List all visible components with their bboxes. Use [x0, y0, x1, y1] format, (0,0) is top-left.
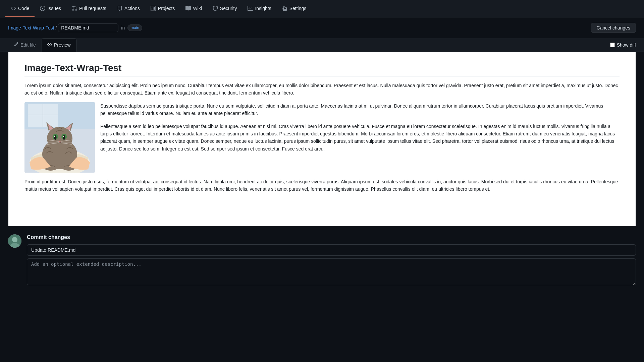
preview-beside-image: Suspendisse dapibus sem ac purus tristiq… — [100, 102, 620, 117]
nav-tab-security-label: Security — [220, 6, 237, 11]
tab-edit-file[interactable]: Edit file — [8, 38, 42, 52]
cat-illustration — [24, 102, 95, 173]
svg-point-17 — [63, 136, 64, 137]
svg-point-16 — [54, 136, 55, 137]
nav-tab-settings-label: Settings — [289, 6, 307, 11]
breadcrumb: Image-Text-Wrap-Test / in main — [8, 23, 142, 32]
nav-tab-actions[interactable]: Actions — [112, 0, 145, 17]
kitten-image — [24, 102, 95, 173]
wrap-text: Suspendisse dapibus sem ac purus tristiq… — [100, 102, 620, 173]
actions-icon — [117, 6, 122, 11]
repo-link[interactable]: Image-Text-Wrap-Test — [8, 25, 54, 31]
nav-tab-settings[interactable]: Settings — [277, 0, 312, 17]
nav-tabs: Code Issues Pull requests Actions — [5, 0, 312, 17]
branch-badge[interactable]: main — [127, 24, 142, 31]
image-text-wrap: Suspendisse dapibus sem ac purus tristiq… — [24, 102, 620, 173]
gear-icon — [282, 6, 287, 11]
nav-tab-issues[interactable]: Issues — [35, 0, 66, 17]
nav-tab-actions-label: Actions — [124, 6, 140, 11]
breadcrumb-sep: / — [55, 25, 57, 31]
nav-tab-wiki[interactable]: Wiki — [180, 0, 207, 17]
commit-form: Commit changes — [27, 234, 636, 286]
commit-section: Commit changes — [0, 226, 644, 294]
commit-description-textarea[interactable] — [27, 258, 636, 285]
preview-below-image-1: Pellentesque a sem id leo pellentesque v… — [100, 123, 620, 153]
tab-preview[interactable]: Preview — [42, 38, 76, 52]
nav-tab-insights-label: Insights — [255, 6, 271, 11]
commit-section-title: Commit changes — [27, 234, 636, 240]
filename-input[interactable] — [58, 23, 118, 32]
svg-point-28 — [12, 237, 17, 242]
editor-header: Image-Text-Wrap-Test / in main Cancel ch… — [0, 17, 644, 38]
editor-tabs: Edit file Preview Show diff — [0, 38, 644, 52]
nav-tab-security[interactable]: Security — [207, 0, 243, 17]
shield-icon — [213, 6, 218, 11]
nav-tab-issues-label: Issues — [47, 6, 61, 11]
show-diff-area: Show diff — [610, 42, 636, 48]
graph-icon — [248, 6, 253, 11]
nav-tab-code[interactable]: Code — [5, 0, 35, 17]
preview-icon — [47, 42, 52, 48]
svg-point-14 — [54, 135, 57, 140]
user-avatar — [8, 234, 21, 248]
nav-tab-pull-requests-label: Pull requests — [79, 6, 106, 11]
svg-point-15 — [63, 135, 65, 140]
editor-tab-group: Edit file Preview — [8, 38, 76, 52]
pr-icon — [72, 6, 77, 11]
show-diff-label: Show diff — [617, 42, 636, 48]
nav-tab-pull-requests[interactable]: Pull requests — [66, 0, 112, 17]
edit-file-icon — [14, 42, 18, 48]
preview-content: Image-Text-Wrap-Test Lorem ipsum dolor s… — [8, 52, 636, 226]
show-diff-checkbox[interactable] — [610, 43, 615, 47]
nav-tab-insights[interactable]: Insights — [242, 0, 276, 17]
nav-tab-wiki-label: Wiki — [193, 6, 202, 11]
projects-icon — [151, 6, 156, 11]
commit-message-input[interactable] — [27, 244, 636, 256]
tab-preview-label: Preview — [54, 42, 71, 48]
issue-icon — [40, 6, 45, 11]
in-label: in — [121, 25, 125, 31]
preview-paragraph-3: Proin id porttitor est. Donec justo risu… — [24, 178, 620, 193]
nav-tab-projects-label: Projects — [158, 6, 175, 11]
avatar-image — [8, 234, 21, 248]
cancel-changes-button[interactable]: Cancel changes — [591, 23, 636, 33]
code-icon — [11, 6, 16, 11]
nav-tab-projects[interactable]: Projects — [145, 0, 180, 17]
top-nav: Code Issues Pull requests Actions — [0, 0, 644, 17]
preview-title: Image-Text-Wrap-Test — [24, 63, 620, 76]
tab-edit-label: Edit file — [20, 42, 36, 48]
wiki-icon — [185, 6, 191, 11]
preview-paragraph-1: Lorem ipsum dolor sit amet, consectetur … — [24, 82, 620, 97]
nav-tab-code-label: Code — [18, 6, 29, 11]
